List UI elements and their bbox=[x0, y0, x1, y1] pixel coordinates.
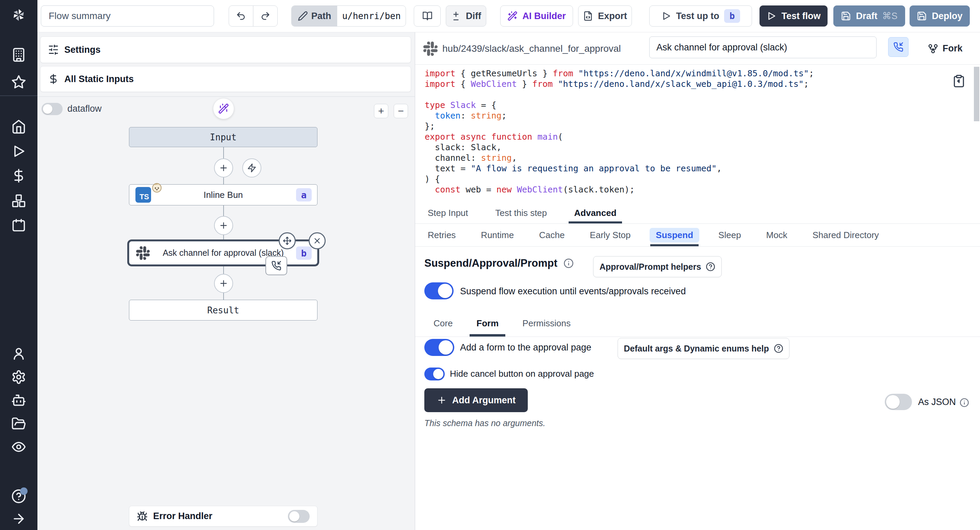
tab-core[interactable]: Core bbox=[431, 310, 455, 337]
add-step-button[interactable] bbox=[214, 158, 233, 177]
tab-permissions[interactable]: Permissions bbox=[520, 310, 573, 337]
dollar-icon[interactable] bbox=[11, 168, 26, 183]
hub-script-path[interactable]: hub/2439/slack/ask_channel_for_approval bbox=[442, 32, 621, 65]
tab-shared-directory[interactable]: Shared Directory bbox=[811, 224, 881, 246]
add-form-toggle-label: Add a form to the approval page bbox=[460, 342, 592, 353]
help-circle-icon[interactable] bbox=[11, 489, 26, 504]
flow-node-input[interactable]: Input bbox=[129, 127, 318, 147]
zoom-out-button[interactable]: − bbox=[394, 104, 408, 118]
clipboard-copy-icon[interactable] bbox=[952, 74, 966, 88]
tab-label: Permissions bbox=[522, 318, 571, 329]
draft-label: Draft bbox=[856, 11, 877, 21]
step-title-input[interactable] bbox=[649, 37, 877, 58]
all-static-inputs-button[interactable]: All Static Inputs bbox=[40, 66, 411, 92]
home-icon[interactable] bbox=[11, 119, 26, 134]
tab-suspend[interactable]: Suspend bbox=[654, 224, 695, 246]
test-flow-button[interactable]: Test flow bbox=[759, 5, 827, 27]
code-editor[interactable]: import { getResumeUrls } from "https://d… bbox=[415, 65, 980, 202]
plus-icon bbox=[437, 395, 447, 405]
diff-label: Diff bbox=[466, 11, 481, 21]
windmill-logo[interactable] bbox=[11, 8, 26, 22]
suspend-indicator-button[interactable] bbox=[888, 37, 908, 57]
flow-node-result[interactable]: Result bbox=[129, 300, 318, 321]
flow-edge bbox=[223, 205, 224, 216]
move-node-handle[interactable] bbox=[279, 232, 296, 249]
zoom-out-label: − bbox=[398, 105, 404, 117]
sidebar-divider bbox=[0, 95, 37, 96]
path-button[interactable]: Path bbox=[292, 6, 337, 26]
topbar: Path u/henri/ben Diff AI Builder Export … bbox=[37, 0, 980, 32]
calendar-icon[interactable] bbox=[11, 218, 26, 233]
approval-helpers-button[interactable]: Approval/Prompt helpers bbox=[593, 256, 722, 277]
arrow-right-icon[interactable] bbox=[11, 511, 26, 526]
zap-icon bbox=[247, 163, 256, 173]
dataflow-label: dataflow bbox=[67, 104, 102, 114]
default-args-help-button[interactable]: Default args & Dynamic enums help bbox=[617, 338, 789, 359]
tab-mock[interactable]: Mock bbox=[764, 224, 789, 246]
add-step-button[interactable] bbox=[214, 274, 233, 293]
flow-canvas[interactable]: dataflow + − Input TS Inline Bun a bbox=[37, 96, 415, 530]
zoom-in-button[interactable]: + bbox=[374, 104, 388, 118]
redo-button[interactable] bbox=[253, 6, 277, 26]
tab-retries[interactable]: Retries bbox=[426, 224, 458, 246]
info-icon[interactable] bbox=[563, 258, 574, 268]
tab-step-input[interactable]: Step Input bbox=[426, 202, 470, 223]
as-json-toggle[interactable] bbox=[885, 394, 912, 410]
hide-cancel-toggle[interactable] bbox=[424, 367, 445, 380]
draft-button[interactable]: Draft ⌘S bbox=[833, 5, 905, 27]
flow-node-inline-bun[interactable]: TS Inline Bun a bbox=[129, 184, 318, 205]
step-tabs: Step Input Test this step Advanced bbox=[415, 202, 980, 224]
building-icon[interactable] bbox=[11, 47, 26, 62]
error-handler-toggle[interactable] bbox=[288, 510, 310, 523]
ai-builder-label: AI Builder bbox=[522, 11, 566, 21]
suspend-toggle[interactable] bbox=[424, 283, 453, 299]
path-group: Path u/henri/ben bbox=[291, 5, 406, 27]
folder-open-icon[interactable] bbox=[11, 416, 26, 431]
play-icon[interactable] bbox=[11, 144, 26, 159]
info-icon[interactable] bbox=[959, 398, 969, 407]
add-trigger-button[interactable] bbox=[242, 158, 261, 177]
bot-icon[interactable] bbox=[11, 393, 26, 408]
dataflow-toggle[interactable] bbox=[41, 103, 63, 115]
tab-early-stop[interactable]: Early Stop bbox=[588, 224, 633, 246]
export-button[interactable]: Export bbox=[578, 5, 632, 27]
delete-node-button[interactable] bbox=[309, 232, 326, 249]
eye-icon[interactable] bbox=[11, 439, 26, 454]
sidebar bbox=[0, 0, 37, 530]
tab-label: Runtime bbox=[481, 230, 514, 241]
user-icon[interactable] bbox=[11, 346, 26, 361]
add-argument-label: Add Argument bbox=[452, 395, 515, 405]
test-up-to-label: Test up to bbox=[676, 11, 719, 21]
suspend-section-header: Suspend/Approval/Prompt bbox=[424, 257, 574, 270]
ai-builder-button[interactable]: AI Builder bbox=[500, 5, 573, 27]
tab-advanced[interactable]: Advanced bbox=[572, 202, 618, 223]
tab-form[interactable]: Form bbox=[474, 310, 501, 337]
file-code-icon bbox=[583, 11, 593, 21]
add-argument-button[interactable]: Add Argument bbox=[424, 388, 528, 412]
add-form-toggle[interactable] bbox=[424, 339, 454, 356]
undo-button[interactable] bbox=[229, 6, 253, 26]
star-icon[interactable] bbox=[11, 75, 26, 89]
fork-button[interactable]: Fork bbox=[928, 32, 963, 65]
boxes-icon[interactable] bbox=[11, 193, 26, 208]
diff-button[interactable]: Diff bbox=[446, 5, 486, 27]
add-step-button[interactable] bbox=[214, 216, 233, 235]
error-handler-card[interactable]: Error Handler bbox=[129, 506, 318, 527]
tab-label: Test this step bbox=[495, 208, 547, 218]
gear-icon[interactable] bbox=[11, 370, 26, 385]
ai-wand-button[interactable] bbox=[213, 98, 234, 119]
play-outline-icon bbox=[766, 11, 776, 21]
test-up-to-button[interactable]: Test up to b bbox=[649, 5, 752, 27]
path-value[interactable]: u/henri/ben bbox=[337, 6, 406, 26]
tab-label: Retries bbox=[428, 230, 456, 241]
docs-button[interactable] bbox=[414, 5, 441, 27]
tab-sleep[interactable]: Sleep bbox=[716, 224, 743, 246]
flow-settings-button[interactable]: Settings bbox=[40, 37, 411, 63]
tab-test-this-step[interactable]: Test this step bbox=[493, 202, 549, 223]
tab-cache[interactable]: Cache bbox=[537, 224, 566, 246]
code-scrollbar[interactable] bbox=[974, 67, 979, 121]
tab-runtime[interactable]: Runtime bbox=[479, 224, 516, 246]
flow-summary-input[interactable] bbox=[41, 5, 214, 27]
deploy-button[interactable]: Deploy bbox=[910, 5, 970, 27]
tab-label: Mock bbox=[766, 230, 788, 241]
